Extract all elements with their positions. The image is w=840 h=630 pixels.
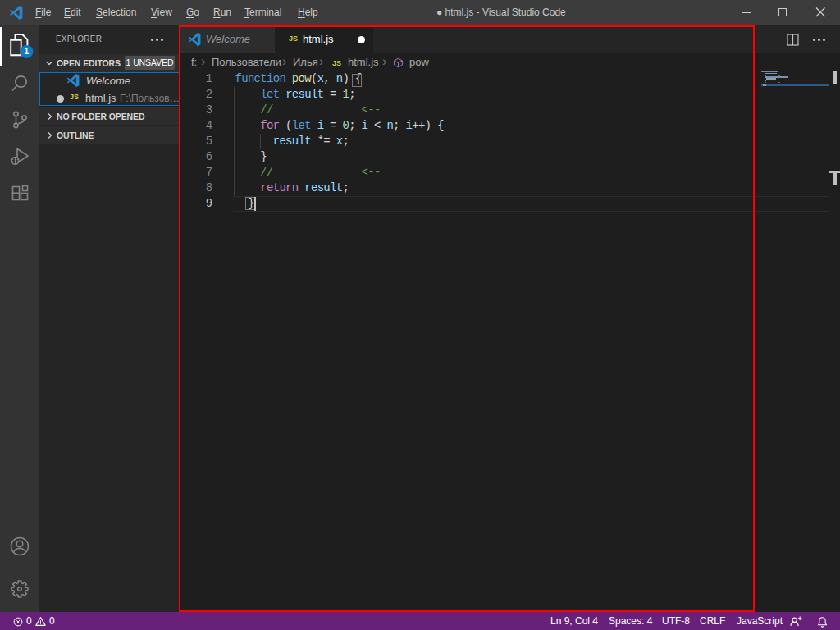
svg-text:1: 1 (25, 47, 30, 56)
